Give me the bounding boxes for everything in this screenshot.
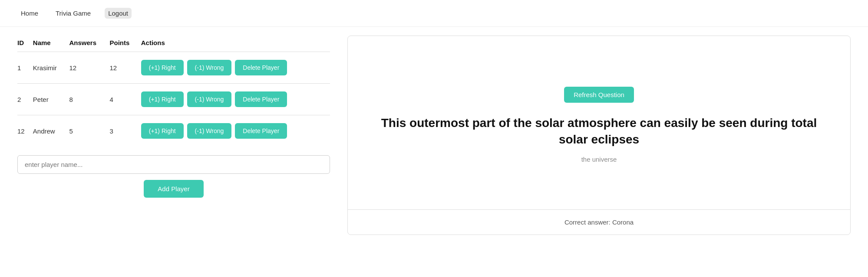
cell-id: 12: [17, 115, 33, 147]
cell-answers: 8: [69, 84, 109, 115]
question-panel: Refresh Question This outermost part of …: [347, 36, 851, 235]
delete-player-button[interactable]: Delete Player: [235, 60, 287, 75]
refresh-question-button[interactable]: Refresh Question: [564, 87, 634, 103]
navbar: Home Trivia Game Logout: [0, 0, 868, 27]
wrong-button[interactable]: (-1) Wrong: [187, 91, 232, 107]
question-text: This outermost part of the solar atmosph…: [374, 115, 824, 148]
cell-points: 3: [110, 115, 141, 147]
wrong-button[interactable]: (-1) Wrong: [187, 60, 232, 75]
delete-player-button[interactable]: Delete Player: [235, 91, 287, 107]
right-button[interactable]: (+1) Right: [141, 60, 184, 75]
cell-answers: 12: [69, 52, 109, 84]
cell-actions: (+1) Right (-1) Wrong Delete Player: [141, 115, 330, 147]
nav-trivia-game[interactable]: Trivia Game: [52, 8, 94, 19]
main-layout: ID Name Answers Points Actions 1 Krasimi…: [0, 27, 868, 244]
players-table: ID Name Answers Points Actions 1 Krasimi…: [17, 36, 330, 147]
col-name: Name: [33, 36, 69, 52]
right-button[interactable]: (+1) Right: [141, 123, 184, 139]
question-category: the universe: [581, 156, 617, 163]
col-points: Points: [110, 36, 141, 52]
table-row: 12 Andrew 5 3 (+1) Right (-1) Wrong Dele…: [17, 115, 330, 147]
cell-name: Peter: [33, 84, 69, 115]
correct-answer: Correct answer: Corona: [365, 218, 833, 226]
nav-home[interactable]: Home: [17, 8, 42, 19]
table-row: 2 Peter 8 4 (+1) Right (-1) Wrong Delete…: [17, 84, 330, 115]
col-actions: Actions: [141, 36, 330, 52]
cell-points: 12: [110, 52, 141, 84]
cell-name: Andrew: [33, 115, 69, 147]
col-id: ID: [17, 36, 33, 52]
add-player-form: Add Player: [17, 155, 330, 198]
cell-name: Krasimir: [33, 52, 69, 84]
cell-answers: 5: [69, 115, 109, 147]
question-area: Refresh Question This outermost part of …: [348, 36, 850, 209]
nav-logout[interactable]: Logout: [105, 8, 132, 19]
cell-actions: (+1) Right (-1) Wrong Delete Player: [141, 84, 330, 115]
table-row: 1 Krasimir 12 12 (+1) Right (-1) Wrong D…: [17, 52, 330, 84]
wrong-button[interactable]: (-1) Wrong: [187, 123, 232, 139]
right-button[interactable]: (+1) Right: [141, 91, 184, 107]
delete-player-button[interactable]: Delete Player: [235, 123, 287, 139]
cell-id: 1: [17, 52, 33, 84]
player-name-input[interactable]: [17, 155, 330, 174]
add-player-button[interactable]: Add Player: [144, 180, 203, 198]
left-panel: ID Name Answers Points Actions 1 Krasimi…: [17, 36, 347, 235]
col-answers: Answers: [69, 36, 109, 52]
cell-points: 4: [110, 84, 141, 115]
answer-area: Correct answer: Corona: [348, 209, 850, 235]
cell-id: 2: [17, 84, 33, 115]
cell-actions: (+1) Right (-1) Wrong Delete Player: [141, 52, 330, 84]
